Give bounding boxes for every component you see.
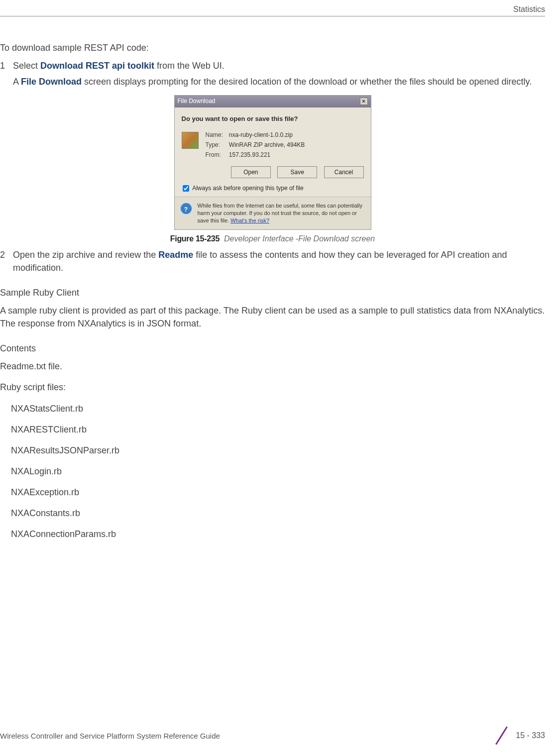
list-item: NXAResultsJSONParser.rb xyxy=(11,444,545,457)
checkbox-label: Always ask before opening this type of f… xyxy=(192,185,303,192)
list-item: NXAConstants.rb xyxy=(11,507,545,520)
dialog-question: Do you want to open or save this file? xyxy=(182,114,364,124)
step-number: 2 xyxy=(0,248,13,274)
page-footer: Wireless Controller and Service Platform… xyxy=(0,727,560,744)
ui-term: Download REST api toolkit xyxy=(40,61,154,71)
text: from the Web UI. xyxy=(154,61,224,71)
list-item: NXAStatsClient.rb xyxy=(11,402,545,415)
divider xyxy=(0,16,545,16)
warning-box: ? While files from the Internet can be u… xyxy=(175,197,371,229)
list-item: NXALogin.rb xyxy=(11,465,545,478)
save-button[interactable]: Save xyxy=(277,166,317,178)
slash-icon xyxy=(494,727,511,744)
risk-link[interactable]: What's the risk? xyxy=(230,217,269,223)
step-body: Open the zip archive and review the Read… xyxy=(13,248,545,274)
label: Name: xyxy=(206,131,227,139)
step-number: 1 xyxy=(0,59,13,88)
ui-term: Readme xyxy=(158,250,193,260)
file-download-dialog: File Download × Do you want to open or s… xyxy=(174,95,371,229)
value: WinRAR ZIP archive, 494KB xyxy=(229,141,305,148)
cancel-button[interactable]: Cancel xyxy=(324,166,364,178)
figure-caption: Figure 15-235 Developer Interface -File … xyxy=(0,233,545,244)
ui-term: File Download xyxy=(21,77,82,87)
page-section-header: Statistics xyxy=(0,5,545,16)
value: 157.235.93.221 xyxy=(229,151,270,158)
file-icon xyxy=(182,132,199,149)
close-icon[interactable]: × xyxy=(360,98,368,105)
list-item: NXARESTClient.rb xyxy=(11,423,545,436)
help-icon: ? xyxy=(180,202,193,215)
readme-line: Readme.txt file. xyxy=(0,360,545,373)
dialog-title: File Download xyxy=(178,97,216,106)
dialog-screenshot: File Download × Do you want to open or s… xyxy=(0,95,545,229)
ruby-paragraph: A sample ruby client is provided as part… xyxy=(0,304,545,330)
dialog-titlebar: File Download × xyxy=(175,96,371,107)
text: A xyxy=(13,77,21,87)
page-number: 15 - 333 xyxy=(516,731,545,740)
scripts-line: Ruby script files: xyxy=(0,381,545,394)
footer-title: Wireless Controller and Service Platform… xyxy=(0,732,220,740)
file-meta: Name: nxa-ruby-client-1.0.0.zip Type: Wi… xyxy=(206,131,364,161)
page-content: To download sample REST API code: 1 Sele… xyxy=(0,41,545,540)
step-2: 2 Open the zip archive and review the Re… xyxy=(0,248,545,274)
text: screen displays prompting for the desire… xyxy=(82,77,532,87)
intro-text: To download sample REST API code: xyxy=(0,41,545,54)
figure-label: Figure 15-235 xyxy=(170,234,220,243)
text: Open the zip archive and review the xyxy=(13,250,158,260)
file-list: NXAStatsClient.rb NXARESTClient.rb NXARe… xyxy=(11,402,545,541)
label: Type: xyxy=(206,141,227,149)
heading-ruby-client: Sample Ruby Client xyxy=(0,286,545,299)
open-button[interactable]: Open xyxy=(231,166,271,178)
always-ask-checkbox[interactable]: Always ask before opening this type of f… xyxy=(183,184,364,193)
step-body: Select Download REST api toolkit from th… xyxy=(13,59,545,88)
value: nxa-ruby-client-1.0.0.zip xyxy=(229,131,293,138)
checkbox-input[interactable] xyxy=(183,185,189,192)
figure-text: Developer Interface -File Download scree… xyxy=(224,234,375,243)
label: From: xyxy=(206,151,227,159)
heading-contents: Contents xyxy=(0,342,545,355)
text: Select xyxy=(13,61,40,71)
button-row: Open Save Cancel xyxy=(182,166,364,178)
warning-text: While files from the Internet can be use… xyxy=(198,203,362,223)
list-item: NXAConnectionParams.rb xyxy=(11,528,545,540)
step-1: 1 Select Download REST api toolkit from … xyxy=(0,59,545,88)
list-item: NXAException.rb xyxy=(11,486,545,499)
